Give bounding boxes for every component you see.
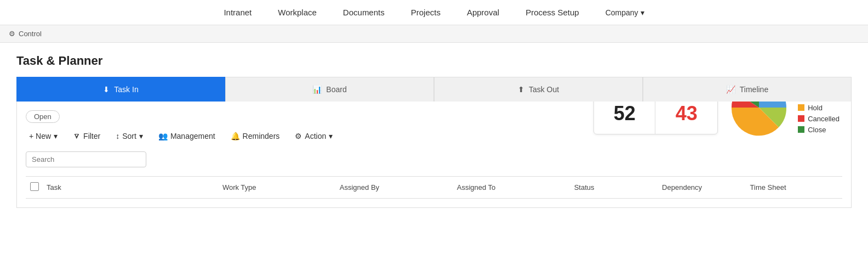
action-button[interactable]: ⚙ Action ▾ (292, 129, 336, 143)
filter-button[interactable]: ⛛ Filter (70, 129, 104, 143)
legend-close-label: Close (808, 126, 826, 134)
new-button[interactable]: + New ▾ (26, 129, 61, 143)
select-all-checkbox[interactable] (30, 182, 47, 193)
reminders-label: Reminders (243, 132, 280, 140)
search-input[interactable] (32, 155, 140, 164)
nav-documents[interactable]: Documents (343, 8, 385, 17)
open-badge[interactable]: Open (26, 110, 60, 123)
col-header-task: Task (47, 183, 222, 191)
board-icon: 📊 (312, 85, 322, 94)
filter-label: Filter (83, 132, 100, 140)
page-title: Task & Planner (16, 54, 852, 68)
chevron-down-icon: ▾ (641, 8, 644, 17)
nav-intranet[interactable]: Intranet (224, 8, 252, 17)
nav-approval[interactable]: Approval (467, 8, 499, 17)
col-header-dependency: Dependency (662, 183, 750, 191)
tab-timeline[interactable]: 📈 Timeline (643, 77, 852, 102)
close-color-swatch (798, 126, 804, 133)
legend-hold-label: Hold (808, 104, 823, 112)
search-box (26, 151, 146, 167)
legend-cancelled: Cancelled (798, 115, 842, 123)
task-in-icon: ⬇ (103, 85, 110, 94)
breadcrumb: ⚙ Control (0, 25, 868, 43)
management-label: Management (170, 132, 215, 140)
col-header-assigned-to: Assigned To (457, 183, 574, 191)
tab-task-out[interactable]: ⬆ Task Out (434, 77, 643, 102)
tab-task-in-label: Task In (114, 85, 138, 94)
action-label: Action (305, 132, 326, 140)
tab-board[interactable]: 📊 Board (225, 77, 434, 102)
timeline-icon: 📈 (726, 85, 735, 94)
checkbox-icon (30, 182, 39, 191)
new-label: + New (29, 132, 51, 140)
task-out-icon: ⬆ (518, 85, 524, 94)
legend-close: Close (798, 126, 842, 134)
nav-company-label: Company (606, 8, 638, 17)
filter-icon: ⛛ (73, 132, 81, 140)
nav-process-setup[interactable]: Process Setup (526, 8, 579, 17)
legend-hold: Hold (798, 104, 842, 112)
col-header-time-sheet: Time Sheet (750, 183, 838, 191)
nav-company[interactable]: Company ▾ (606, 8, 644, 17)
main-content: Task & Planner ⬇ Task In 📊 Board ⬆ Task … (0, 43, 868, 219)
nav-projects[interactable]: Projects (411, 8, 441, 17)
top-navigation: Intranet Workplace Documents Projects Ap… (0, 0, 868, 25)
chevron-down-icon: ▾ (329, 132, 333, 140)
sort-button[interactable]: ↕ Sort ▾ (112, 129, 146, 143)
tab-task-in[interactable]: ⬇ Task In (16, 77, 225, 102)
tab-task-out-label: Task Out (529, 85, 559, 94)
col-header-work-type: Work Type (222, 183, 340, 191)
hold-color-swatch (798, 104, 804, 111)
management-button[interactable]: 👥 Management (155, 129, 219, 143)
pending-value: 52 (609, 102, 639, 125)
gear-icon: ⚙ (9, 30, 15, 38)
bell-icon: 🔔 (231, 132, 240, 140)
col-header-assigned-by: Assigned By (340, 183, 457, 191)
nav-workplace[interactable]: Workplace (278, 8, 317, 17)
toolbar: + New ▾ ⛛ Filter ↕ Sort ▾ 👥 Management 🔔… (26, 129, 593, 143)
chevron-down-icon: ▾ (139, 132, 143, 140)
tab-bar: ⬇ Task In 📊 Board ⬆ Task Out 📈 Timeline (16, 77, 852, 102)
sort-icon: ↕ (116, 132, 119, 140)
overdue-value: 43 (671, 102, 702, 125)
sort-label: Sort (122, 132, 136, 140)
tab-timeline-label: Timeline (740, 85, 768, 94)
legend-cancelled-label: Cancelled (808, 115, 840, 123)
cancelled-color-swatch (798, 115, 804, 122)
breadcrumb-label: Control (19, 30, 42, 38)
chevron-down-icon: ▾ (54, 132, 58, 140)
management-icon: 👥 (158, 132, 168, 140)
reminders-button[interactable]: 🔔 Reminders (227, 129, 283, 143)
table-header: Task Work Type Assigned By Assigned To S… (26, 176, 842, 199)
content-area: Pending 52 Overdue 43 (16, 102, 852, 208)
col-header-status: Status (574, 183, 662, 191)
tab-board-label: Board (326, 85, 346, 94)
gear-icon: ⚙ (295, 132, 302, 140)
